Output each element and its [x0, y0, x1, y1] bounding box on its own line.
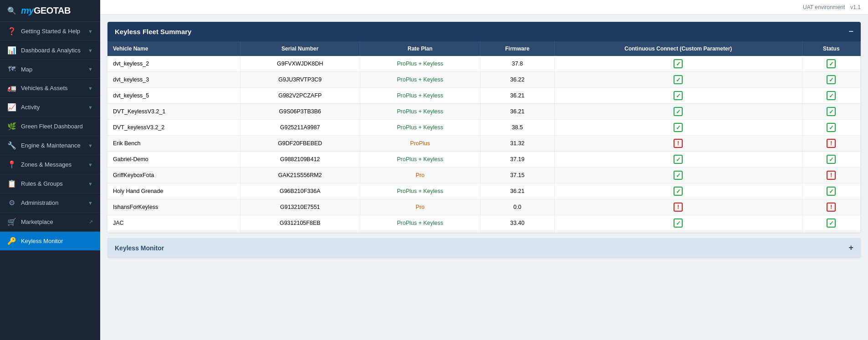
vehicle-name-cell: dvt_keyless_2 — [107, 56, 240, 72]
table-row[interactable]: IshansForKeylessG913210E7551Pro0.0!! — [107, 199, 861, 215]
nav-icon-vehicles-assets: 🚛 — [7, 84, 16, 92]
table-row[interactable]: Erik BenchG9DF20FBEBEDProPlus31.32!! — [107, 136, 861, 152]
external-icon-marketplace: ↗ — [89, 219, 93, 225]
nav-label-keyless-monitor: Keyless Monitor — [21, 238, 63, 244]
nav-label-map: Map — [21, 66, 32, 73]
nav-item-left-administration: ⚙ Administration — [7, 198, 58, 207]
serial-number-cell: G9JU3RVTP3C9 — [240, 72, 360, 88]
serial-number-cell: GAK21S556RM2 — [240, 167, 360, 183]
table-row[interactable]: DVT_KeylessV3.2_1G9S06P3TB3B6ProPlus + K… — [107, 104, 861, 120]
search-icon[interactable]: 🔍 — [7, 6, 16, 15]
continuous-connect-cell: ✓ — [555, 104, 802, 120]
status-cell: ! — [802, 167, 860, 183]
firmware-cell: 37.8 — [480, 56, 554, 72]
status-red-icon: ! — [827, 171, 836, 180]
sidebar-item-rules-groups[interactable]: 📋 Rules & Groups ▼ — [0, 174, 100, 193]
vehicle-name-cell: Erik Bench — [107, 136, 240, 152]
table-row[interactable]: Holy Hand GrenadeG96B210F336AProPlus + K… — [107, 183, 861, 199]
table-row[interactable]: GriffKeyboxFotaGAK21S556RM2Pro37.15✓! — [107, 167, 861, 183]
sidebar-item-zones-messages[interactable]: 📍 Zones & Messages ▼ — [0, 155, 100, 174]
vehicle-name-cell: Gabriel-Demo — [107, 152, 240, 167]
nav-label-dashboard-analytics: Dashboard & Analytics — [21, 47, 81, 54]
firmware-cell: 31.32 — [480, 136, 554, 152]
version-label: v1.1 — [850, 4, 861, 10]
table-row[interactable]: dvt_keyless_5G982V2PCZAFPProPlus + Keyle… — [107, 88, 861, 104]
continuous-connect-cell: ! — [555, 199, 802, 215]
table-row[interactable]: DVT_keylessV3.2_2G925211A9987ProPlus + K… — [107, 120, 861, 136]
table-row[interactable]: JACG9312105F8EBProPlus + Keyless33.40✓✓ — [107, 215, 861, 231]
firmware-cell: 0.0 — [480, 199, 554, 215]
rate-plan-cell: ProPlus + Keyless — [360, 120, 480, 136]
sidebar-item-marketplace[interactable]: 🛒 Marketplace ↗ — [0, 213, 100, 232]
continuous-connect-cell: ✓ — [555, 72, 802, 88]
table-row[interactable]: dvt_keyless_3G9JU3RVTP3C9ProPlus + Keyle… — [107, 72, 861, 88]
rate-plan-cell: ProPlus + Keyless — [360, 152, 480, 167]
firmware-cell: 36.22 — [480, 72, 554, 88]
chevron-icon-engine-maintenance: ▼ — [88, 143, 93, 148]
serial-number-cell: G9DF20FBEBED — [240, 136, 360, 152]
check-green-icon: ✓ — [674, 107, 683, 116]
nav-icon-administration: ⚙ — [7, 198, 16, 207]
sidebar-item-engine-maintenance[interactable]: 🔧 Engine & Maintenance ▼ — [0, 136, 100, 155]
sidebar-item-map[interactable]: 🗺 Map ▼ — [0, 60, 100, 79]
continuous-connect-cell: ✓ — [555, 56, 802, 72]
serial-number-cell: G9312105F8EB — [240, 215, 360, 231]
status-cell: ✓ — [802, 120, 860, 136]
sidebar-item-administration[interactable]: ⚙ Administration ▼ — [0, 193, 100, 213]
table-row[interactable]: JJG9C3ZZE2JRM6ProPlus + Keyless0.0!! — [107, 231, 861, 233]
topbar: UAT environment v1.1 — [100, 0, 868, 15]
content-area: Keyless Fleet Summary − Vehicle NameSeri… — [100, 15, 868, 340]
table-row[interactable]: dvt_keyless_2G9FVXWJDK8DHProPlus + Keyle… — [107, 56, 861, 72]
status-cell: ✓ — [802, 56, 860, 72]
vehicle-name-cell: Holy Hand Grenade — [107, 183, 240, 199]
nav-icon-marketplace: 🛒 — [7, 218, 16, 226]
status-cell: ✓ — [802, 152, 860, 167]
sidebar-item-activity[interactable]: 📈 Activity ▼ — [0, 98, 100, 117]
serial-number-cell: G9S06P3TB3B6 — [240, 104, 360, 120]
nav-icon-green-fleet: 🌿 — [7, 122, 16, 131]
nav-item-left-rules-groups: 📋 Rules & Groups — [7, 179, 63, 188]
serial-number-cell: G9C3ZZE2JRM6 — [240, 231, 360, 233]
chevron-icon-rules-groups: ▼ — [88, 181, 93, 187]
nav-icon-map: 🗺 — [7, 65, 16, 73]
vehicle-name-cell: IshansForKeyless — [107, 199, 240, 215]
vehicle-name-cell: dvt_keyless_3 — [107, 72, 240, 88]
continuous-connect-cell: ✓ — [555, 167, 802, 183]
fleet-table: Vehicle NameSerial NumberRate PlanFirmwa… — [107, 41, 861, 233]
nav-icon-engine-maintenance: 🔧 — [7, 141, 16, 150]
status-red-icon: ! — [827, 139, 836, 148]
sidebar-item-getting-started[interactable]: ❓ Getting Started & Help ▼ — [0, 22, 100, 41]
firmware-cell: 0.0 — [480, 231, 554, 233]
firmware-cell: 36.21 — [480, 88, 554, 104]
serial-number-cell: G913210E7551 — [240, 199, 360, 215]
sidebar-item-vehicles-assets[interactable]: 🚛 Vehicles & Assets ▼ — [0, 79, 100, 98]
table-row[interactable]: Gabriel-DemoG9882109B412ProPlus + Keyles… — [107, 152, 861, 167]
env-label: UAT environment — [803, 4, 845, 10]
continuous-connect-cell: ✓ — [555, 215, 802, 231]
nav-item-left-marketplace: 🛒 Marketplace — [7, 218, 53, 226]
keyless-monitor-header[interactable]: Keyless Monitor + — [107, 238, 861, 258]
rate-plan-cell: ProPlus + Keyless — [360, 183, 480, 199]
rate-plan-cell: ProPlus + Keyless — [360, 56, 480, 72]
status-cell: ✓ — [802, 72, 860, 88]
status-cell: ✓ — [802, 104, 860, 120]
sidebar-item-dashboard-analytics[interactable]: 📊 Dashboard & Analytics ▼ — [0, 41, 100, 60]
nav-icon-dashboard-analytics: 📊 — [7, 46, 16, 55]
col-header-continuous-connect-(custom-parameter): Continuous Connect (Custom Parameter) — [555, 41, 802, 56]
check-green-icon: ✓ — [674, 218, 683, 228]
check-green-icon: ✓ — [674, 75, 683, 84]
nav-item-left-getting-started: ❓ Getting Started & Help — [7, 27, 80, 36]
chevron-icon-map: ▼ — [88, 66, 93, 72]
col-header-firmware: Firmware — [480, 41, 554, 56]
close-panel-button[interactable]: − — [848, 27, 853, 36]
status-green-icon: ✓ — [827, 123, 836, 132]
sidebar-item-green-fleet[interactable]: 🌿 Green Fleet Dashboard — [0, 117, 100, 136]
chevron-icon-vehicles-assets: ▼ — [88, 86, 93, 91]
sidebar-item-keyless-monitor[interactable]: 🔑 Keyless Monitor — [0, 232, 100, 251]
chevron-icon-administration: ▼ — [88, 200, 93, 206]
status-red-icon: ! — [827, 203, 836, 212]
continuous-connect-cell: ! — [555, 136, 802, 152]
nav-label-engine-maintenance: Engine & Maintenance — [21, 142, 81, 149]
nav-icon-activity: 📈 — [7, 103, 16, 112]
nav-item-left-dashboard-analytics: 📊 Dashboard & Analytics — [7, 46, 81, 55]
